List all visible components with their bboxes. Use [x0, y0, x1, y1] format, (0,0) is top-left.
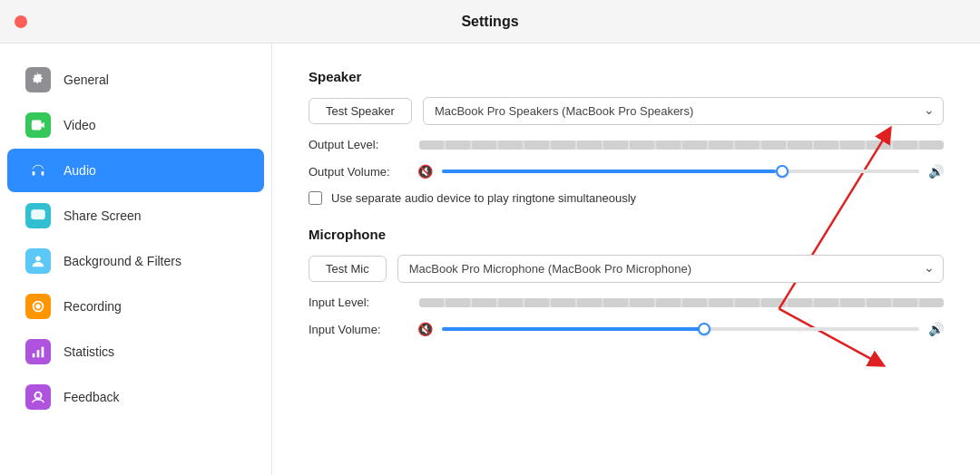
page-title: Settings: [461, 14, 518, 30]
output-volume-label: Output Volume:: [309, 165, 408, 179]
sidebar-item-label: Recording: [64, 299, 122, 314]
sidebar-item-label: Feedback: [64, 390, 119, 404]
level-seg-12: [709, 141, 733, 150]
level-seg-15: [788, 141, 812, 150]
level-seg-1: [419, 141, 444, 150]
sidebar-item-sharescreen[interactable]: Share Screen: [7, 194, 264, 238]
sidebar-item-label: Video: [64, 118, 96, 132]
level-seg-18: [867, 141, 891, 150]
svg-point-2: [35, 257, 40, 261]
level-seg-7: [577, 141, 602, 150]
input-level-row: Input Level:: [309, 296, 944, 309]
speaker-high-icon: 🔊: [928, 164, 944, 179]
level-seg-10: [656, 141, 681, 150]
level-seg-2: [446, 141, 470, 150]
sidebar: General Video Audio: [0, 44, 272, 475]
microphone-section-title: Microphone: [309, 227, 944, 242]
level-seg-4: [498, 141, 523, 150]
ringtone-checkbox-label: Use separate audio device to play ringto…: [331, 191, 636, 205]
input-volume-thumb[interactable]: [698, 323, 710, 335]
speaker-low-icon: 🔇: [417, 164, 433, 179]
close-button[interactable]: [15, 15, 27, 28]
level-seg-3: [472, 141, 496, 150]
speaker-section: Speaker Test Speaker MacBook Pro Speaker…: [309, 69, 944, 205]
svg-point-4: [35, 304, 40, 308]
speaker-select[interactable]: MacBook Pro Speakers (MacBook Pro Speake…: [423, 97, 944, 125]
speaker-section-title: Speaker: [309, 69, 944, 84]
level-seg-5: [524, 141, 549, 150]
level-seg-19: [893, 141, 917, 150]
sidebar-item-label: General: [64, 73, 109, 87]
output-level-label: Output Level:: [309, 138, 408, 151]
level-seg-6: [551, 141, 575, 150]
input-volume-label: Input Volume:: [309, 323, 408, 336]
level-seg-14: [761, 141, 786, 150]
svg-rect-0: [32, 210, 44, 219]
share-screen-icon: [25, 203, 51, 228]
svg-point-9: [35, 394, 36, 395]
sidebar-item-background[interactable]: Background & Filters: [7, 239, 264, 283]
output-level-bar: [419, 141, 944, 150]
ringtone-checkbox[interactable]: [309, 191, 322, 205]
output-volume-slider[interactable]: [442, 170, 919, 173]
sidebar-item-label: Background & Filters: [64, 254, 181, 268]
content-area: Speaker Test Speaker MacBook Pro Speaker…: [272, 44, 980, 475]
svg-rect-6: [37, 350, 40, 357]
output-level-row: Output Level:: [309, 138, 944, 151]
output-volume-row: Output Volume: 🔇 🔊: [309, 164, 944, 179]
recording-icon: [25, 294, 51, 319]
headphone-icon: [25, 158, 51, 183]
level-seg-20: [919, 141, 944, 150]
ringtone-checkbox-row: Use separate audio device to play ringto…: [309, 191, 944, 205]
output-volume-fill: [442, 170, 776, 173]
microphone-section: Microphone Test Mic MacBook Pro Micropho…: [309, 227, 944, 336]
mic-device-row: Test Mic MacBook Pro Microphone (MacBook…: [309, 255, 944, 283]
level-seg-11: [682, 141, 707, 150]
mic-select[interactable]: MacBook Pro Microphone (MacBook Pro Micr…: [397, 255, 944, 283]
sidebar-item-general[interactable]: General: [7, 58, 264, 102]
level-seg-16: [814, 141, 838, 150]
test-speaker-button[interactable]: Test Speaker: [309, 98, 412, 124]
input-volume-row: Input Volume: 🔇 🔊: [309, 322, 944, 336]
sidebar-item-label: Audio: [64, 163, 96, 178]
input-volume-fill: [442, 327, 704, 331]
level-seg-9: [630, 141, 654, 150]
sidebar-item-label: Share Screen: [64, 208, 142, 223]
svg-rect-7: [42, 347, 44, 358]
output-volume-thumb[interactable]: [776, 165, 789, 178]
input-level-label: Input Level:: [309, 296, 408, 309]
level-seg-8: [603, 141, 628, 150]
input-volume-slider[interactable]: [442, 327, 919, 331]
sidebar-item-label: Statistics: [64, 344, 114, 359]
mic-select-wrapper[interactable]: MacBook Pro Microphone (MacBook Pro Micr…: [397, 255, 944, 283]
sidebar-item-video[interactable]: Video: [7, 103, 264, 147]
test-mic-button[interactable]: Test Mic: [309, 256, 387, 282]
svg-rect-5: [33, 354, 35, 358]
sidebar-item-recording[interactable]: Recording: [7, 285, 264, 328]
sidebar-item-feedback[interactable]: Feedback: [7, 375, 264, 419]
statistics-icon: [25, 339, 51, 364]
speaker-select-wrapper[interactable]: MacBook Pro Speakers (MacBook Pro Speake…: [423, 97, 944, 125]
sidebar-item-statistics[interactable]: Statistics: [7, 330, 264, 373]
svg-point-10: [40, 394, 41, 395]
sidebar-item-audio[interactable]: Audio: [7, 149, 264, 192]
speaker-device-row: Test Speaker MacBook Pro Speakers (MacBo…: [309, 97, 944, 125]
video-icon: [25, 112, 51, 138]
level-seg-17: [840, 141, 865, 150]
input-level-bar: [419, 298, 944, 307]
gear-icon: [25, 67, 51, 92]
feedback-icon: [25, 384, 51, 410]
mic-low-icon: 🔇: [417, 322, 433, 336]
background-icon: [25, 248, 51, 274]
level-seg-13: [735, 141, 760, 150]
mic-high-icon: 🔊: [928, 322, 944, 336]
